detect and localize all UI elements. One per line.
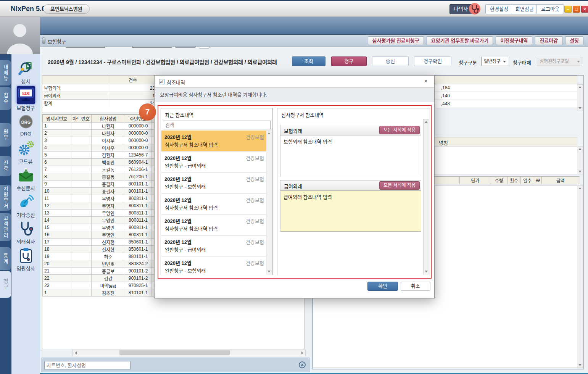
sidebar-item-simsa[interactable]: 심사 xyxy=(11,60,40,85)
quick-search-input[interactable] xyxy=(44,361,130,369)
horizontal-scrollbar[interactable] xyxy=(72,350,306,356)
scrollbar[interactable] xyxy=(577,185,583,368)
footer-bar xyxy=(41,358,310,372)
sidebar-item-other-send[interactable]: 기타송신 xyxy=(11,193,40,219)
tabstrip-button-2[interactable]: 요양기관 업무포탈 바로가기 xyxy=(427,36,493,45)
claim-media-value: 심평원청구포탈 xyxy=(540,59,569,64)
sidebar-tab-7[interactable]: 통계 xyxy=(0,247,11,270)
claim-type-select[interactable]: 일반청구 xyxy=(481,57,508,66)
stethoscope-icon[interactable] xyxy=(469,3,480,15)
sidebar-tab-1[interactable]: 내메뉴 xyxy=(0,60,11,85)
dialog-title-bar[interactable]: 참조내역 × xyxy=(155,76,434,88)
cell: 2 xyxy=(43,130,71,137)
search-button[interactable]: 조회 xyxy=(292,56,325,66)
cell: 10 xyxy=(43,188,71,195)
scroll-left-icon[interactable] xyxy=(75,351,77,355)
apply-all-forms-button[interactable]: 모든 서식에 적용 xyxy=(379,126,420,134)
apply-all-forms-button[interactable]: 모든 서식에 적용 xyxy=(379,181,420,190)
sidebar-tab-4[interactable]: 진료 xyxy=(0,156,11,176)
cell: 880824-2 xyxy=(125,260,151,268)
list-item[interactable]: 2020년 12월건강보험심사청구서 참조내역 입력 xyxy=(161,214,267,235)
scroll-right-icon[interactable] xyxy=(301,351,303,355)
scroll-down-icon[interactable] xyxy=(267,271,271,272)
scroll-up-icon[interactable] xyxy=(578,86,582,88)
cancel-button[interactable]: 취소 xyxy=(401,282,430,291)
claim-button[interactable]: 청구 xyxy=(331,56,367,66)
cell: 660904-1 xyxy=(125,159,151,166)
scrollbar[interactable] xyxy=(577,84,583,111)
cell: 김환자 xyxy=(91,152,125,159)
reference-search-input[interactable] xyxy=(163,121,271,129)
sidebar-tab-2[interactable]: 접수 xyxy=(0,87,11,110)
cell: 3 xyxy=(43,137,71,144)
cell: 000000-0 xyxy=(125,137,151,144)
scroll-up-icon[interactable] xyxy=(267,132,271,134)
cell xyxy=(71,195,91,202)
scrollbar[interactable] xyxy=(423,119,429,274)
sidebar-tab-3[interactable]: 원무 xyxy=(0,123,11,147)
cell: 1 xyxy=(43,289,71,297)
collapse-up-icon[interactable] xyxy=(299,361,306,368)
sidebar-item-outpatient-review[interactable]: 외래심사 xyxy=(11,220,40,246)
scroll-up-icon[interactable] xyxy=(578,187,582,189)
insurance-outpatient-textarea[interactable]: 보험외래 참조내역 입력 xyxy=(280,135,421,176)
cell: 000000-0 xyxy=(125,144,151,152)
item-description: 심사청구서 참조내역 입력 xyxy=(165,141,218,148)
scrollbar[interactable] xyxy=(577,146,583,174)
close-icon[interactable]: × xyxy=(422,78,430,85)
close-icon[interactable]: × xyxy=(581,6,588,13)
list-item[interactable]: 2020년 12월건강보험일반청구 - 급여외래 xyxy=(161,235,267,256)
claim-reference-title: 심사청구서 참조내역 xyxy=(281,111,324,118)
cell: 홍길동 xyxy=(91,173,125,181)
scroll-up-icon[interactable] xyxy=(425,121,428,123)
cell xyxy=(71,144,91,152)
sidebar-tab-8[interactable]: 청구 xyxy=(0,271,11,298)
cell: 홍길자 xyxy=(91,188,125,195)
summary-header-blank xyxy=(42,76,109,84)
cell: 무명인 xyxy=(91,224,125,231)
ok-button[interactable]: 확인 xyxy=(367,282,398,291)
patient-col-header: 차트번호 xyxy=(71,115,91,123)
item-description: 일반청구 - 급여외래 xyxy=(165,162,206,169)
sidebar-item-codeview[interactable]: 코드뷰 xyxy=(11,140,40,166)
list-item[interactable]: 2020년 12월건강보험일반청구 - 보험외래 xyxy=(161,172,267,193)
tabstrip-button-4[interactable]: 진료마감 xyxy=(535,36,562,45)
scroll-down-icon[interactable] xyxy=(578,171,582,172)
scrollbar-thumb[interactable] xyxy=(119,350,230,355)
summary-header-count: 건수 xyxy=(109,76,157,84)
screen-lock-button[interactable]: 화면잠금 xyxy=(511,4,538,14)
claim-confirm-button[interactable]: 청구확인 xyxy=(414,56,451,66)
tabstrip-button-1[interactable]: 심사평가원 진료비청구 xyxy=(368,36,424,45)
cell: 800101-1 xyxy=(125,181,151,188)
benefit-outpatient-textarea[interactable]: 급여외래 참조내역 입력 xyxy=(280,190,421,232)
settings-button[interactable]: 환경설정 xyxy=(485,4,513,14)
cell xyxy=(71,253,91,260)
sidebar-tab-6[interactable]: 고객관리 xyxy=(0,213,11,241)
sidebar-item-label: 심사 xyxy=(11,77,40,85)
list-item[interactable]: 2020년 12월건강보험일반청구 - 급여외래 xyxy=(161,152,267,172)
cell: 이시우 xyxy=(91,137,125,144)
sidebar-item-received-docs[interactable]: 수신문서 xyxy=(11,166,40,192)
list-item[interactable]: 2020년 12월건강보험심사청구서 참조내역 입력 xyxy=(161,193,267,214)
sidebar-item-drg[interactable]: DRG DRG xyxy=(11,113,40,139)
maximize-icon[interactable]: □ xyxy=(573,6,580,13)
cell xyxy=(71,260,91,268)
sidebar-item-inpatient-review[interactable]: 입원심사 xyxy=(11,247,40,272)
sidebar-tab-5[interactable]: 지원부서 xyxy=(0,185,11,211)
tabstrip-button-5[interactable]: 설정 xyxy=(565,36,583,45)
tabstrip-button-3[interactable]: 이전청구내역 xyxy=(496,36,532,45)
scroll-up-icon[interactable] xyxy=(578,148,582,150)
send-button[interactable]: 송신 xyxy=(372,56,409,66)
minimize-icon[interactable]: – xyxy=(564,6,572,13)
detail-col-header: 일수 xyxy=(521,177,534,184)
scroll-down-icon[interactable] xyxy=(425,271,428,272)
logout-button[interactable]: 로그아웃 xyxy=(536,4,564,14)
scrollbar[interactable] xyxy=(266,131,272,274)
sidebar-item-insurance-claim[interactable]: EDI 보험청구 xyxy=(11,86,40,112)
cell: 14 xyxy=(43,217,71,224)
cell xyxy=(71,137,91,144)
scroll-down-icon[interactable] xyxy=(578,107,582,109)
scroll-down-icon[interactable] xyxy=(578,364,582,366)
list-item[interactable]: 2020년 12월건강보험일반청구 - 보험외래 xyxy=(161,256,267,274)
list-item[interactable]: 2020년 12월건강보험심사청구서 참조내역 입력 xyxy=(161,131,267,152)
